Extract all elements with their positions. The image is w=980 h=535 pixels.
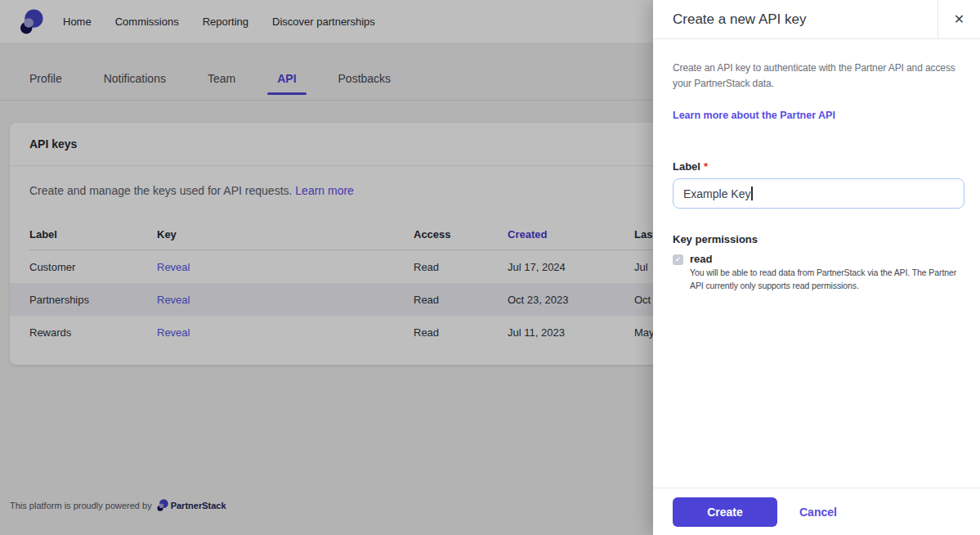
drawer-body: Create an API key to authenticate with t… <box>653 39 980 488</box>
key-permissions-title: Key permissions <box>673 233 964 245</box>
close-icon: ✕ <box>954 13 964 26</box>
drawer-title: Create a new API key <box>653 0 937 38</box>
label-input-value: Example Key <box>683 187 750 200</box>
read-checkbox[interactable]: ✓ <box>673 254 683 265</box>
text-caret <box>751 187 753 200</box>
drawer-header: Create a new API key ✕ <box>653 0 980 39</box>
read-description: You will be able to read data from Partn… <box>690 267 964 291</box>
checkmark-icon: ✓ <box>675 256 682 263</box>
label-input[interactable]: Example Key <box>673 178 964 209</box>
app: Home Commissions Reporting Discover part… <box>0 0 980 535</box>
label-field-label: Label* <box>673 160 964 173</box>
cancel-link[interactable]: Cancel <box>799 506 837 519</box>
read-permission-text: read You will be able to read data from … <box>690 253 964 291</box>
partner-api-link[interactable]: Learn more about the Partner API <box>673 110 835 121</box>
close-button[interactable]: ✕ <box>937 0 980 38</box>
drawer-footer: Create Cancel <box>653 488 980 535</box>
required-asterisk: * <box>704 160 708 173</box>
drawer-description: Create an API key to authenticate with t… <box>673 61 964 92</box>
read-label: read <box>690 253 964 265</box>
read-permission-row: ✓ read You will be able to read data fro… <box>673 253 964 291</box>
create-button[interactable]: Create <box>673 497 777 527</box>
create-api-key-drawer: Create a new API key ✕ Create an API key… <box>653 0 980 535</box>
label-text: Label <box>673 160 700 173</box>
